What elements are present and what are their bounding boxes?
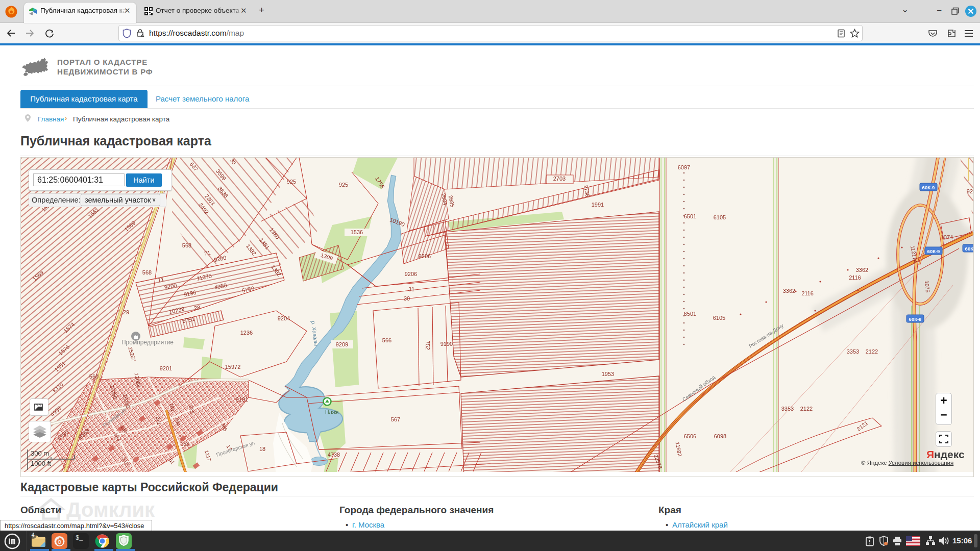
svg-text:1991: 1991	[592, 202, 604, 208]
svg-text:6098: 6098	[714, 433, 726, 439]
svg-text:1236: 1236	[240, 330, 253, 336]
svg-text:2116: 2116	[801, 290, 814, 296]
svg-text:3362: 3362	[856, 267, 868, 273]
svg-text:2116: 2116	[849, 274, 861, 281]
svg-text:29: 29	[123, 309, 129, 315]
svg-text:560: 560	[89, 373, 99, 380]
svg-text:2703: 2703	[553, 176, 566, 182]
svg-text:30: 30	[404, 295, 410, 302]
svg-text:9191: 9191	[236, 396, 248, 403]
svg-text:6105: 6105	[713, 315, 725, 321]
svg-text:31: 31	[408, 286, 414, 292]
svg-text:2122: 2122	[800, 406, 813, 412]
svg-text:6506: 6506	[684, 433, 696, 439]
svg-text:3362: 3362	[783, 288, 795, 294]
svg-text:4738: 4738	[328, 452, 340, 458]
svg-text:6501: 6501	[684, 213, 696, 219]
svg-text:60К-9: 60К-9	[922, 185, 935, 190]
svg-text:567: 567	[391, 416, 400, 422]
svg-text:18: 18	[259, 446, 265, 452]
svg-text:9209: 9209	[336, 341, 348, 347]
svg-text:60К-9: 60К-9	[909, 316, 922, 322]
svg-text:3353: 3353	[781, 406, 794, 412]
svg-text:9206: 9206	[419, 253, 431, 259]
svg-text:28: 28	[193, 304, 201, 311]
svg-text:Пляж: Пляж	[325, 409, 338, 415]
svg-text:71: 71	[157, 276, 164, 283]
svg-text:1074: 1074	[941, 234, 953, 240]
svg-text:1075: 1075	[924, 280, 931, 292]
svg-text:153: 153	[181, 441, 189, 447]
svg-text:Промпредприятие: Промпредприятие	[121, 339, 174, 346]
svg-text:71: 71	[204, 249, 211, 257]
svg-text:1536: 1536	[351, 229, 363, 235]
svg-text:9190: 9190	[440, 341, 453, 347]
svg-text:1953: 1953	[602, 371, 614, 377]
svg-text:568: 568	[182, 242, 191, 248]
svg-text:925: 925	[287, 179, 296, 185]
svg-text:6105: 6105	[714, 214, 726, 220]
svg-text:9201: 9201	[160, 365, 172, 371]
svg-text:6097: 6097	[678, 164, 690, 170]
svg-text:60К-9: 60К-9	[927, 248, 940, 254]
svg-text:925: 925	[967, 188, 973, 194]
svg-text:60К-9: 60К-9	[965, 246, 973, 252]
svg-text:2122: 2122	[866, 348, 878, 355]
svg-text:Домклик: Домклик	[66, 498, 155, 521]
svg-text:925: 925	[339, 182, 348, 188]
svg-text:568: 568	[142, 269, 152, 276]
svg-text:15972: 15972	[225, 364, 241, 370]
svg-text:566: 566	[382, 337, 391, 343]
svg-text:6501: 6501	[684, 311, 696, 317]
svg-text:3353: 3353	[847, 348, 859, 355]
svg-text:9206: 9206	[405, 271, 417, 277]
svg-text:9204: 9204	[278, 315, 290, 321]
svg-text:752: 752	[425, 341, 431, 350]
